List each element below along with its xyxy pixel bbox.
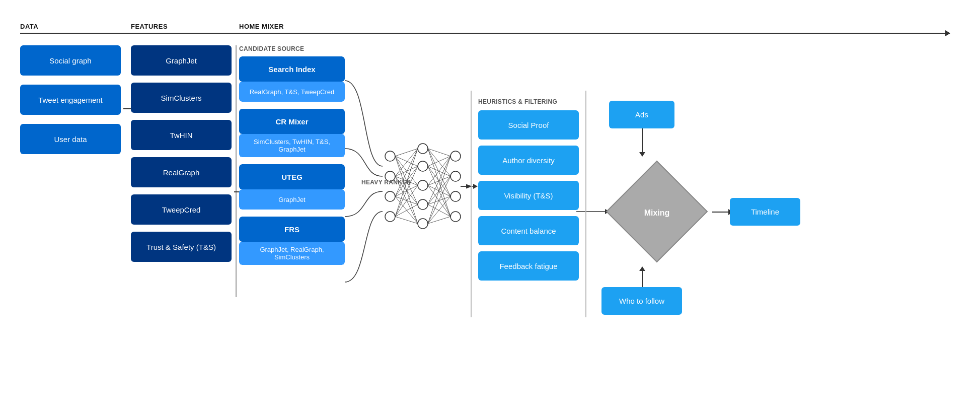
arrow-diamond-to-timeline xyxy=(712,212,732,213)
svg-line-36 xyxy=(428,149,450,217)
home-mixer-label: HOME MIXER xyxy=(239,23,284,30)
svg-text:Mixing: Mixing xyxy=(644,209,670,217)
heuristics-column: HEURISTICS & FILTERING Social Proof Auth… xyxy=(478,98,579,281)
heuristic-visibility: Visibility (T&S) xyxy=(478,181,579,210)
mixer-search-index: Search Index RealGraph, T&S, TweepCred xyxy=(239,56,345,102)
svg-line-33 xyxy=(428,149,450,156)
data-column: Social graph Tweet engagement User data xyxy=(20,45,121,163)
svg-line-40 xyxy=(428,166,450,217)
svg-point-6 xyxy=(418,180,428,190)
timeline-box: Timeline xyxy=(730,198,800,226)
svg-line-13 xyxy=(395,149,418,156)
svg-line-19 xyxy=(395,166,418,176)
svg-line-32 xyxy=(395,217,418,224)
svg-line-43 xyxy=(428,185,450,196)
svg-line-31 xyxy=(395,204,418,217)
svg-marker-57 xyxy=(473,184,478,189)
svg-line-14 xyxy=(395,156,418,166)
svg-line-23 xyxy=(395,149,418,196)
svg-line-44 xyxy=(428,185,450,217)
heavy-ranker-label: HEAVY RANKER xyxy=(361,179,411,186)
arrow-ads-down xyxy=(642,128,643,156)
svg-line-37 xyxy=(428,156,450,166)
svg-line-48 xyxy=(428,204,450,217)
svg-point-11 xyxy=(450,191,461,201)
svg-line-18 xyxy=(395,149,418,176)
svg-line-42 xyxy=(428,176,450,185)
heuristic-feedback-fatigue: Feedback fatigue xyxy=(478,251,579,281)
top-arrow xyxy=(20,33,950,34)
svg-line-51 xyxy=(428,196,450,224)
data-label: DATA xyxy=(20,23,38,30)
feature-twhin: TwHIN xyxy=(131,120,232,150)
svg-line-26 xyxy=(395,196,418,204)
feature-graphjet: GraphJet xyxy=(131,45,232,76)
svg-point-2 xyxy=(385,191,395,201)
svg-point-10 xyxy=(450,171,461,181)
svg-line-52 xyxy=(428,217,450,224)
svg-line-29 xyxy=(395,166,418,217)
mixer-frs: FRS GraphJet, RealGraph, SimClusters xyxy=(239,217,345,265)
svg-line-39 xyxy=(428,166,450,196)
svg-line-47 xyxy=(428,196,450,204)
who-to-follow-box: Who to follow xyxy=(601,287,682,315)
heuristic-content-balance: Content balance xyxy=(478,216,579,245)
svg-point-7 xyxy=(418,199,428,210)
svg-line-46 xyxy=(428,176,450,204)
svg-line-35 xyxy=(428,149,450,196)
svg-line-27 xyxy=(395,196,418,224)
svg-line-49 xyxy=(428,156,450,224)
arrow-who-to-follow-up xyxy=(642,267,643,287)
feature-simclusters: SimClusters xyxy=(131,83,232,113)
svg-line-38 xyxy=(428,166,450,176)
svg-line-17 xyxy=(395,156,418,224)
svg-point-12 xyxy=(450,212,461,222)
features-border xyxy=(236,45,237,297)
mixing-diamond-svg: Mixing xyxy=(601,156,712,267)
mixer-uteg: UTEG GraphJet xyxy=(239,164,345,210)
data-social-graph: Social graph xyxy=(20,45,121,76)
svg-line-25 xyxy=(395,185,418,196)
svg-line-41 xyxy=(428,156,450,185)
svg-line-30 xyxy=(395,185,418,217)
mixing-diamond-container: Mixing xyxy=(601,156,712,267)
features-column: GraphJet SimClusters TwHIN RealGraph Twe… xyxy=(131,45,232,269)
svg-point-5 xyxy=(418,161,428,171)
candidate-source-label: CANDIDATE SOURCE xyxy=(239,45,345,52)
svg-line-45 xyxy=(428,156,450,204)
svg-point-4 xyxy=(418,144,428,154)
heuristic-social-proof: Social Proof xyxy=(478,110,579,140)
heuristics-label: HEURISTICS & FILTERING xyxy=(478,98,579,105)
svg-point-8 xyxy=(418,219,428,229)
feature-realgraph: RealGraph xyxy=(131,157,232,187)
svg-line-34 xyxy=(428,149,450,176)
diagram-container: DATA FEATURES HOME MIXER Social graph Tw… xyxy=(0,0,980,414)
svg-line-50 xyxy=(428,176,450,224)
svg-point-3 xyxy=(385,212,395,222)
svg-point-0 xyxy=(385,151,395,161)
mixer-cr-mixer: CR Mixer SimClusters, TwHIN, T&S, GraphJ… xyxy=(239,109,345,157)
heuristic-author-diversity: Author diversity xyxy=(478,146,579,175)
svg-point-9 xyxy=(450,151,461,161)
ads-box: Ads xyxy=(609,101,674,128)
features-label: FEATURES xyxy=(131,23,168,30)
heuristics-left-border xyxy=(471,91,472,317)
feature-trust-safety: Trust & Safety (T&S) xyxy=(131,232,232,262)
feature-tweepcred: TweepCred xyxy=(131,194,232,225)
data-user-data: User data xyxy=(20,124,121,154)
home-mixer-column: CANDIDATE SOURCE Search Index RealGraph,… xyxy=(239,45,345,272)
heuristics-right-border xyxy=(585,91,586,317)
data-tweet-engagement: Tweet engagement xyxy=(20,85,121,115)
